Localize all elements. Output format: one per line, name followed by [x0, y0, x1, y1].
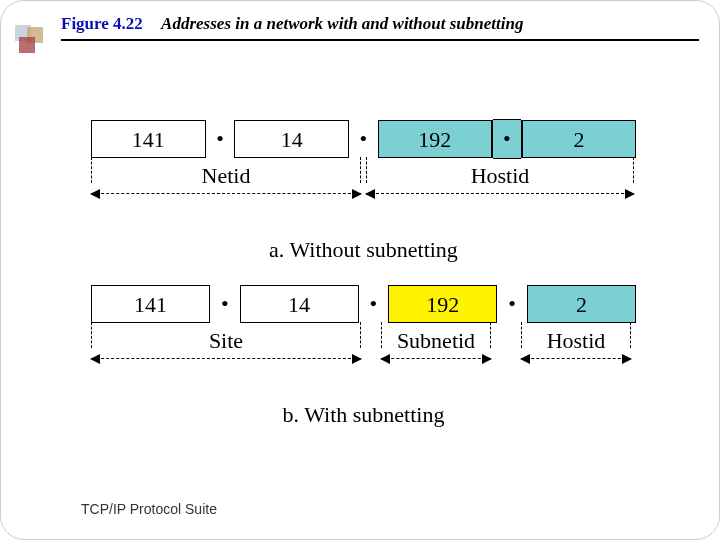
segment-hostid: Hostid	[366, 161, 634, 221]
segment-label: Site	[91, 326, 361, 356]
slide-corner-decoration	[15, 25, 45, 55]
segment-netid: Netid	[91, 161, 361, 221]
figure-title-row: Figure 4.22 Addresses in a network with …	[61, 13, 699, 41]
dot-separator: •	[497, 285, 527, 323]
octet-1: 141	[91, 285, 210, 323]
diagram-without-subnetting: 141 • 14 • 192 • 2 Netid Hostid a. Witho…	[91, 116, 636, 263]
address-octets: 141 • 14 • 192 • 2	[91, 281, 636, 326]
double-arrow-icon	[521, 358, 631, 359]
octet-2: 14	[240, 285, 359, 323]
segment-labels: Netid Hostid	[91, 161, 636, 221]
figure-number: Figure 4.22	[61, 14, 143, 33]
segment-label: Hostid	[521, 326, 631, 356]
panel-caption: a. Without subnetting	[91, 237, 636, 263]
segment-label: Hostid	[366, 161, 634, 191]
segment-label: Netid	[91, 161, 361, 191]
address-octets: 141 • 14 • 192 • 2	[91, 116, 636, 161]
segment-site: Site	[91, 326, 361, 386]
octet-4: 2	[527, 285, 636, 323]
double-arrow-icon	[91, 358, 361, 359]
octet-3: 192	[378, 120, 493, 158]
double-arrow-icon	[381, 358, 491, 359]
figure-caption: Addresses in a network with and without …	[161, 14, 523, 33]
octet-4: 2	[521, 120, 636, 158]
octet-2: 14	[234, 120, 349, 158]
double-arrow-icon	[91, 193, 361, 194]
panel-caption: b. With subnetting	[91, 402, 636, 428]
octet-3: 192	[388, 285, 497, 323]
octet-1: 141	[91, 120, 206, 158]
dot-separator: •	[493, 119, 522, 159]
dot-separator: •	[359, 285, 389, 323]
diagram-with-subnetting: 141 • 14 • 192 • 2 Site Subnetid Hostid …	[91, 281, 636, 428]
dot-separator: •	[210, 285, 240, 323]
segment-label: Subnetid	[381, 326, 491, 356]
dot-separator: •	[206, 120, 235, 158]
segment-hostid: Hostid	[521, 326, 631, 386]
segment-subnetid: Subnetid	[381, 326, 491, 386]
double-arrow-icon	[366, 193, 634, 194]
segment-labels: Site Subnetid Hostid	[91, 326, 636, 386]
slide-footer: TCP/IP Protocol Suite	[81, 501, 217, 517]
dot-separator: •	[349, 120, 378, 158]
